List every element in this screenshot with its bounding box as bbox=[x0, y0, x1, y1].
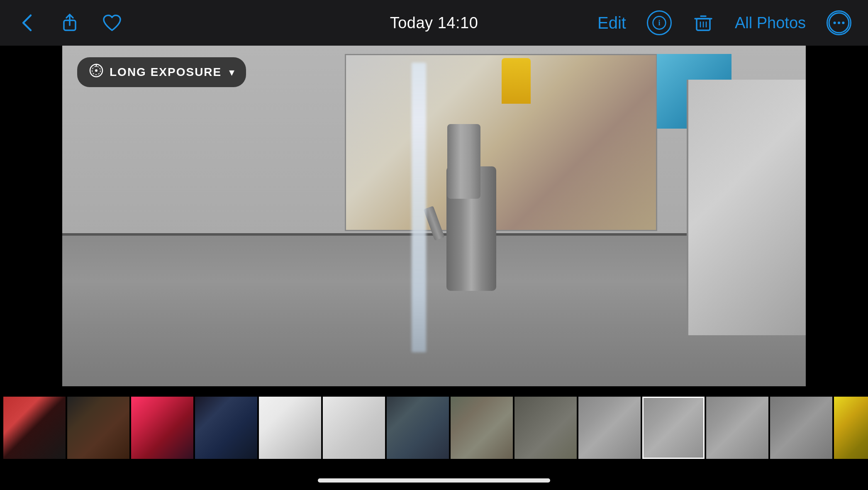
filmstrip-thumb-2[interactable] bbox=[67, 397, 129, 459]
bottle-yellow bbox=[502, 58, 531, 104]
filmstrip-thumb-9[interactable] bbox=[514, 397, 577, 459]
edit-button[interactable]: Edit bbox=[597, 14, 626, 32]
delete-button[interactable] bbox=[692, 12, 714, 34]
svg-text:i: i bbox=[658, 19, 660, 27]
filmstrip-thumb-4[interactable] bbox=[195, 397, 257, 459]
favorite-button[interactable] bbox=[101, 12, 123, 34]
photo-background bbox=[62, 46, 806, 386]
svg-point-13 bbox=[842, 22, 844, 24]
filmstrip-thumb-11-active[interactable] bbox=[642, 397, 705, 459]
share-button[interactable] bbox=[59, 12, 80, 34]
back-button[interactable] bbox=[17, 12, 38, 34]
filmstrip-thumb-3[interactable] bbox=[131, 397, 193, 459]
svg-point-11 bbox=[834, 22, 836, 24]
svg-point-16 bbox=[95, 69, 98, 72]
filmstrip-thumb-1[interactable] bbox=[3, 397, 66, 459]
water-stream bbox=[412, 63, 426, 352]
top-bar-right: Edit i All Photos bbox=[573, 10, 851, 35]
filmstrip-thumb-13[interactable] bbox=[770, 397, 832, 459]
upper-cabinet bbox=[345, 54, 657, 231]
top-bar-center: Today 14:10 bbox=[295, 14, 573, 32]
filmstrip-thumb-12[interactable] bbox=[706, 397, 768, 459]
long-exposure-badge[interactable]: LONG EXPOSURE ▾ bbox=[77, 57, 246, 87]
top-bar: Today 14:10 Edit i All Photos bbox=[0, 0, 868, 46]
top-bar-left bbox=[17, 12, 295, 34]
more-button[interactable] bbox=[827, 10, 851, 35]
dish-rack bbox=[687, 80, 806, 335]
filmstrip-thumb-6[interactable] bbox=[323, 397, 385, 459]
filmstrip-thumb-7[interactable] bbox=[387, 397, 449, 459]
timestamp-label: Today 14:10 bbox=[390, 14, 478, 32]
svg-point-12 bbox=[838, 22, 840, 24]
filmstrip-thumb-14[interactable] bbox=[834, 397, 868, 459]
main-photo: LONG EXPOSURE ▾ bbox=[62, 46, 806, 386]
filmstrip bbox=[0, 390, 868, 465]
info-button[interactable]: i bbox=[647, 10, 672, 35]
chevron-down-icon: ▾ bbox=[229, 66, 234, 79]
all-photos-button[interactable]: All Photos bbox=[735, 14, 806, 32]
filmstrip-thumb-5[interactable] bbox=[259, 397, 321, 459]
long-exposure-icon bbox=[89, 63, 104, 81]
long-exposure-label: LONG EXPOSURE bbox=[110, 66, 222, 79]
filmstrip-thumb-8[interactable] bbox=[451, 397, 513, 459]
scroll-bar[interactable] bbox=[318, 478, 550, 483]
filmstrip-inner bbox=[0, 397, 868, 459]
filmstrip-thumb-10[interactable] bbox=[578, 397, 641, 459]
faucet-neck bbox=[447, 124, 480, 199]
